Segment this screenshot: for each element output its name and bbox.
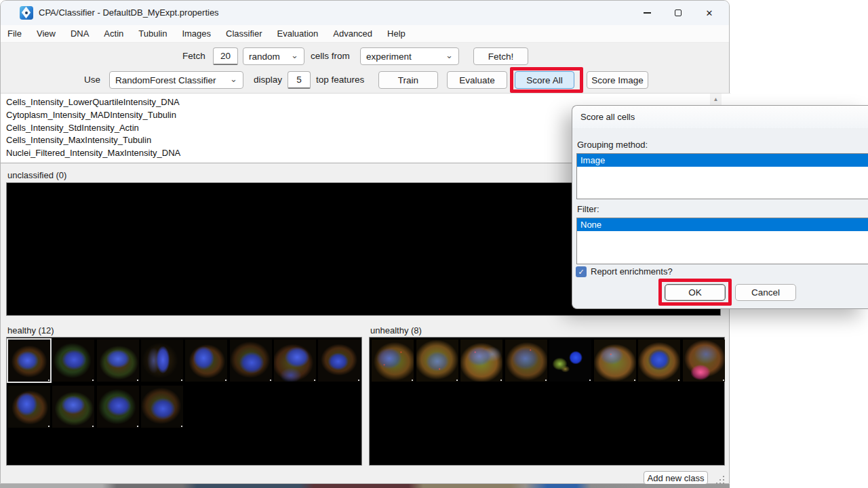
cell-thumbnail[interactable] [505, 340, 547, 382]
unclassified-bin-label: unclassified (0) [7, 170, 66, 180]
window-controls: ✕ [631, 1, 725, 25]
cell-thumbnail[interactable] [372, 340, 414, 382]
cell-thumbnail[interactable] [52, 340, 94, 382]
report-enrichments-checkbox[interactable]: ✓ [576, 266, 587, 277]
ok-button-label: OK [688, 287, 702, 298]
cell-thumbnail[interactable] [318, 340, 360, 382]
cell-thumbnail[interactable] [638, 340, 680, 382]
cell-thumbnail[interactable] [141, 340, 183, 382]
menu-advanced[interactable]: Advanced [326, 25, 380, 43]
menu-evaluation[interactable]: Evaluation [270, 25, 326, 43]
maximize-button[interactable] [663, 1, 694, 25]
fetch-count-input[interactable] [213, 47, 238, 65]
screen: CPA/Classifier - DefaultDB_MyExpt.proper… [0, 0, 868, 488]
fetch-button-label: Fetch! [488, 52, 514, 62]
score-all-button[interactable]: Score All [515, 71, 574, 89]
menu-help[interactable]: Help [380, 25, 413, 43]
train-button[interactable]: Train [378, 71, 438, 89]
menu-images[interactable]: Images [174, 25, 218, 43]
menu-tubulin[interactable]: Tubulin [131, 25, 174, 43]
cell-thumbnail[interactable] [274, 340, 316, 382]
maximize-icon [675, 9, 682, 16]
cell-thumbnail[interactable] [460, 340, 502, 382]
add-new-class-button[interactable]: Add new class [644, 471, 708, 485]
app-icon [20, 6, 33, 20]
checkbox-check-icon: ✓ [578, 268, 584, 277]
report-enrichments-label: Report enrichments? [591, 266, 673, 277]
score-image-button[interactable]: Score Image [587, 71, 648, 89]
score-all-button-label: Score All [526, 75, 562, 85]
cancel-button[interactable]: Cancel [735, 284, 796, 301]
menu-classifier[interactable]: Classifier [218, 25, 269, 43]
menu-dna[interactable]: DNA [63, 25, 96, 43]
train-button-label: Train [398, 75, 418, 85]
cancel-button-label: Cancel [751, 287, 780, 298]
unhealthy-bin[interactable] [369, 337, 725, 466]
cell-thumbnail[interactable] [97, 340, 139, 382]
grouping-method-label: Grouping method: [577, 140, 648, 150]
cell-thumbnail[interactable] [185, 340, 227, 382]
grouping-method-listbox[interactable]: Image [576, 153, 868, 199]
menu-view[interactable]: View [29, 25, 63, 43]
use-label: Use [84, 71, 100, 89]
menu-bar: File View DNA Actin Tubulin Images Class… [1, 25, 729, 43]
filter-label: Filter: [577, 204, 599, 214]
fetch-mode-dropdown[interactable]: random ⌄ [243, 47, 304, 65]
fetch-source-dropdown[interactable]: experiment ⌄ [360, 47, 459, 65]
chevron-down-icon: ⌄ [230, 74, 237, 84]
unhealthy-bin-label: unhealthy (8) [370, 325, 422, 336]
classifier-value: RandomForest Classifier [115, 75, 216, 85]
cell-thumbnail[interactable] [8, 340, 50, 382]
cell-thumbnail[interactable] [683, 340, 725, 382]
chevron-down-icon: ⌄ [291, 50, 298, 60]
minimize-icon [644, 12, 651, 14]
fetch-button[interactable]: Fetch! [473, 47, 528, 65]
dialog-title: Score all cells [580, 112, 635, 122]
cell-thumbnail[interactable] [416, 340, 458, 382]
fetch-mode-value: random [249, 52, 280, 62]
filter-selected[interactable]: None [577, 218, 868, 231]
grouping-method-selected[interactable]: Image [577, 154, 868, 167]
add-new-class-label: Add new class [648, 473, 705, 483]
filter-listbox[interactable]: None [576, 218, 868, 264]
window-title: CPA/Classifier - DefaultDB_MyExpt.proper… [39, 7, 219, 18]
close-icon: ✕ [706, 8, 713, 18]
evaluate-button-label: Evaluate [459, 75, 495, 85]
desktop-strip [0, 484, 730, 488]
menu-file[interactable]: File [1, 25, 29, 43]
fetch-source-value: experiment [366, 52, 412, 62]
score-image-button-label: Score Image [591, 75, 644, 85]
cells-from-label: cells from [311, 47, 350, 65]
cell-thumbnail[interactable] [141, 386, 183, 428]
cell-thumbnail[interactable] [594, 340, 636, 382]
display-label: display [254, 71, 282, 89]
display-count-input[interactable] [288, 71, 311, 89]
title-bar[interactable]: CPA/Classifier - DefaultDB_MyExpt.proper… [1, 1, 729, 25]
scroll-up-icon[interactable]: ▲ [710, 94, 722, 102]
cell-thumbnail[interactable] [549, 340, 591, 382]
menu-actin[interactable]: Actin [96, 25, 131, 43]
healthy-bin[interactable] [6, 337, 362, 466]
chevron-down-icon: ⌄ [446, 50, 453, 60]
cell-thumbnail[interactable] [8, 386, 50, 428]
top-features-label: top features [316, 71, 364, 89]
dialog-title-bar[interactable]: Score all cells [572, 106, 868, 128]
close-button[interactable]: ✕ [694, 1, 725, 25]
score-all-dialog: Score all cells Grouping method: Image F… [572, 105, 868, 309]
evaluate-button[interactable]: Evaluate [447, 71, 507, 89]
classifier-dropdown[interactable]: RandomForest Classifier ⌄ [109, 71, 243, 89]
ok-button[interactable]: OK [665, 284, 726, 301]
minimize-button[interactable] [631, 1, 663, 25]
cell-thumbnail[interactable] [52, 386, 94, 428]
toolbar: Fetch random ⌄ cells from experiment ⌄ F… [1, 43, 729, 93]
cell-thumbnail[interactable] [97, 386, 139, 428]
healthy-bin-label: healthy (12) [7, 325, 54, 336]
fetch-label: Fetch [182, 47, 205, 65]
resize-grip[interactable] [716, 476, 724, 484]
cell-thumbnail[interactable] [230, 340, 272, 382]
